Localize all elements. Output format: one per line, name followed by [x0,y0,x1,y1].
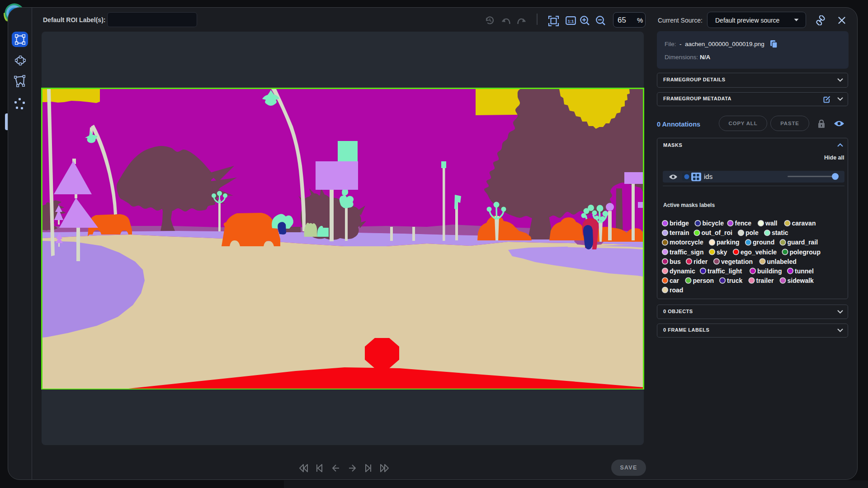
svg-text:road: road [670,286,683,294]
svg-text:wall: wall [765,220,777,227]
svg-text:terrain: terrain [670,229,689,236]
svg-text:dynamic: dynamic [670,267,695,275]
svg-text:trailer: trailer [756,277,774,284]
svg-text:vegetation: vegetation [721,258,753,265]
svg-text:static: static [772,229,788,236]
svg-text:car: car [670,277,679,284]
svg-text:tunnel: tunnel [795,267,814,275]
svg-text:unlabeled: unlabeled [767,258,797,265]
svg-text:1:1: 1:1 [568,19,574,23]
svg-text:polegroup: polegroup [790,249,821,256]
svg-text:pole: pole [745,229,759,236]
svg-text:truck: truck [727,277,742,284]
svg-text:person: person [693,277,714,284]
svg-text:fence: fence [735,220,752,227]
svg-text:building: building [757,267,782,275]
svg-text:parking: parking [717,239,740,246]
svg-text:caravan: caravan [792,220,816,227]
svg-text:traffic_light: traffic_light [708,267,742,275]
svg-text:bridge: bridge [670,220,689,227]
svg-text:sidewalk: sidewalk [788,277,814,284]
svg-text:bicycle: bicycle [703,220,724,227]
svg-text:traffic_sign: traffic_sign [670,249,703,256]
svg-text:out_of_roi: out_of_roi [702,229,732,236]
svg-text:ego_vehicle: ego_vehicle [741,249,777,256]
svg-text:bus: bus [670,258,681,265]
svg-text:guard_rail: guard_rail [788,239,818,246]
svg-text:rider: rider [693,258,708,265]
svg-text:motorcycle: motorcycle [670,239,703,246]
svg-text:ground: ground [753,239,774,246]
svg-text:sky: sky [717,249,727,256]
